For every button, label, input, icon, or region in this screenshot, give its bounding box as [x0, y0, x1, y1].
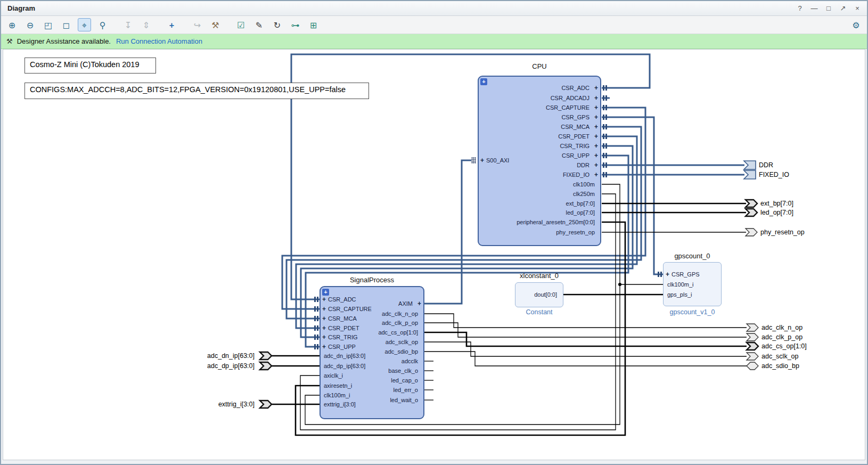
external-port-adc-sclk-op[interactable] [747, 353, 758, 360]
wire-adc-sdio[interactable] [424, 352, 747, 366]
port-signalprocess-led-cap-o[interactable]: led_cap_o [391, 377, 418, 384]
interface-pin-marker [314, 344, 318, 349]
expand-port-icon[interactable]: + [665, 271, 670, 278]
expand-port-icon[interactable]: + [479, 157, 485, 164]
expand-port-icon[interactable]: + [593, 152, 599, 159]
port-gpscount-gps-pls-i[interactable]: gps_pls_i [667, 291, 692, 298]
port-cpu-csr-adc[interactable]: CSR_ADC [561, 84, 589, 92]
expand-port-icon[interactable]: + [593, 161, 599, 169]
external-port-label-led-op-7-0: led_op[7:0] [760, 208, 793, 217]
expand-port-icon[interactable]: + [593, 113, 599, 121]
external-port-ddr[interactable] [744, 161, 756, 169]
port-drag-handle[interactable] [471, 157, 476, 164]
external-port-phy-resetn-op[interactable] [746, 229, 757, 236]
expand-port-icon[interactable]: + [321, 324, 327, 332]
port-gpscount-csr-gps[interactable]: CSR_GPS [672, 271, 700, 278]
port-cpu-peripheral-aresetn-250m-0-0[interactable]: peripheral_aresetn_250m[0:0] [517, 218, 595, 226]
port-cpu-csr-mca[interactable]: CSR_MCA [561, 123, 589, 130]
port-cpu-ddr[interactable]: DDR [577, 161, 589, 169]
port-cpu-csr-trig[interactable]: CSR_TRIG [560, 142, 589, 150]
external-port-led-op-7-0[interactable] [746, 209, 757, 216]
interface-pin-marker [603, 143, 607, 149]
external-port-adc-dp-ip-63-0[interactable] [260, 362, 272, 370]
port-cpu-csr-capture[interactable]: CSR_CAPTURE [546, 104, 589, 111]
expand-port-icon[interactable]: + [593, 133, 599, 140]
interface-pin-marker [314, 306, 318, 312]
wire-adc-clk-p[interactable] [424, 323, 747, 337]
expand-port-icon[interactable]: + [416, 300, 422, 307]
expand-port-icon[interactable]: + [321, 315, 327, 322]
port-signalprocess-base-clk-o[interactable]: base_clk_o [388, 367, 418, 374]
port-signalprocess-axim[interactable]: AXIM [398, 300, 413, 307]
interface-pin-marker [603, 85, 607, 91]
external-port-adc-cs-op-1-0[interactable] [747, 342, 758, 350]
external-port-exttrig-i-3-0[interactable] [260, 401, 272, 408]
port-signalprocess-axiclk-i[interactable]: axiclk_i [324, 372, 343, 379]
wire-adc-cs-op[interactable] [424, 332, 747, 346]
port-signalprocess-csr-capture[interactable]: CSR_CAPTURE [328, 305, 372, 313]
external-port-fixed-io[interactable] [744, 170, 756, 179]
port-signalprocess-adc-cs-op-1-0[interactable]: adc_cs_op[1:0] [378, 329, 418, 336]
port-cpu-clk250m[interactable]: clk250m [573, 190, 595, 198]
wire-axim-s00-axi[interactable] [424, 160, 471, 304]
interface-pin-marker [603, 153, 607, 158]
port-cpu-csr-gps[interactable]: CSR_GPS [561, 113, 589, 121]
port-cpu-fixed-io[interactable]: FIXED_IO [563, 171, 589, 178]
port-signalprocess-csr-upp[interactable]: CSR_UPP [328, 343, 356, 350]
port-xlconstant-dout-0-0[interactable]: dout[0:0] [534, 291, 557, 298]
expand-port-icon[interactable]: + [593, 84, 599, 92]
external-port-label-adc-sclk-op: adc_sclk_op [761, 352, 799, 361]
expand-port-icon[interactable]: + [593, 123, 599, 130]
wire-adc-sclk[interactable] [424, 342, 747, 356]
expand-port-icon[interactable]: + [593, 171, 599, 178]
port-cpu-csr-adcadj[interactable]: CSR_ADCADJ [551, 94, 589, 102]
port-signalprocess-csr-adc[interactable]: CSR_ADC [328, 296, 356, 303]
port-signalprocess-adc-clk-p-op[interactable]: adc_clk_p_op [382, 319, 418, 327]
port-cpu-led-op-7-0[interactable]: led_op[7:0] [566, 209, 595, 216]
expand-port-icon[interactable]: + [321, 333, 327, 341]
port-signalprocess-adc-dp-ip-63-0[interactable]: adc_dp_ip[63:0] [324, 362, 365, 370]
port-signalprocess-adc-clk-n-op[interactable]: adc_clk_n_op [382, 310, 418, 317]
port-signalprocess-csr-trig[interactable]: CSR_TRIG [328, 333, 358, 341]
external-port-label-exttrig-i-3-0: exttrig_i[3:0] [218, 400, 255, 409]
port-cpu-csr-upp[interactable]: CSR_UPP [562, 152, 589, 159]
port-cpu-phy-resetn-op[interactable]: phy_resetn_op [556, 229, 595, 236]
port-signalprocess-axiresetn-i[interactable]: axiresetn_i [324, 382, 352, 389]
interface-pin-marker [314, 335, 318, 340]
block-expand-button[interactable]: + [480, 78, 487, 85]
port-cpu-csr-pdet[interactable]: CSR_PDET [558, 133, 589, 140]
port-signalprocess-adc-dn-ip-63-0[interactable]: adc_dn_ip[63:0] [324, 352, 365, 360]
block-sublabel-xlconstant: Constant [526, 308, 552, 316]
annotation-note-2[interactable]: CONFIGS:MAX_ADCCH=8,ADC_BITS=12,FPGA_VER… [24, 83, 369, 99]
port-signalprocess-led-err-o[interactable]: led_err_o [394, 386, 418, 394]
port-cpu-ext-bp-7-0[interactable]: ext_bp[7:0] [566, 200, 595, 207]
expand-port-icon[interactable]: + [321, 343, 327, 350]
port-signalprocess-exttrig-i-3-0[interactable]: exttrig_i[3:0] [324, 401, 356, 408]
port-gpscount-clk100m-i[interactable]: clk100m_i [667, 281, 694, 288]
port-cpu-s00-axi[interactable]: S00_AXI [486, 157, 509, 164]
external-port-adc-clk-p-op[interactable] [747, 333, 758, 341]
interface-pin-marker [603, 134, 607, 139]
port-signalprocess-adc-sdio-bp[interactable]: adc_sdio_bp [385, 348, 418, 355]
expand-port-icon[interactable]: + [593, 104, 599, 111]
annotation-note-1[interactable]: Cosmo-Z Mini (C)Tokuden 2019 [24, 58, 156, 74]
external-port-adc-clk-n-op[interactable] [747, 324, 758, 331]
port-signalprocess-adc-sclk-op[interactable]: adc_sclk_op [386, 338, 418, 346]
port-signalprocess-csr-pdet[interactable]: CSR_PDET [328, 324, 359, 332]
external-port-adc-dn-ip-63-0[interactable] [260, 352, 272, 360]
port-signalprocess-adcclk[interactable]: adcclk [402, 357, 418, 365]
expand-port-icon[interactable]: + [593, 94, 599, 102]
expand-port-icon[interactable]: + [321, 296, 327, 303]
expand-port-icon[interactable]: + [593, 142, 599, 150]
external-port-adc-sdio-bp[interactable] [747, 362, 758, 370]
block-title-xlconstant: xlconstant_0 [520, 272, 559, 280]
port-signalprocess-clk100m-i[interactable]: clk100m_i [324, 391, 350, 399]
port-signalprocess-csr-mca[interactable]: CSR_MCA [328, 315, 357, 322]
block-expand-button[interactable]: + [322, 289, 329, 296]
external-port-label-adc-clk-p-op: adc_clk_p_op [761, 333, 803, 341]
external-port-ext-bp-7-0[interactable] [746, 200, 757, 207]
expand-port-icon[interactable]: + [321, 305, 327, 313]
port-signalprocess-led-wait-o[interactable]: led_wait_o [390, 396, 418, 404]
external-port-label-adc-sdio-bp: adc_sdio_bp [761, 362, 799, 370]
port-cpu-clk100m[interactable]: clk100m [573, 181, 595, 188]
